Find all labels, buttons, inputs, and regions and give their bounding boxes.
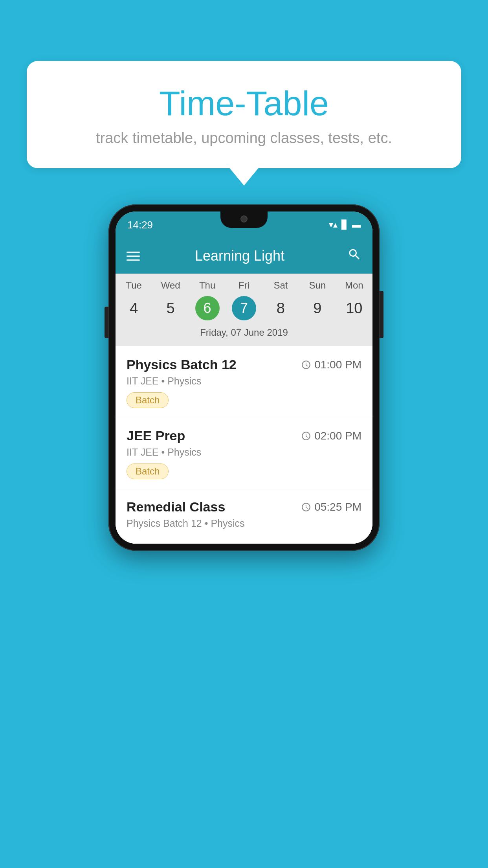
bubble-title: Time-Table <box>46 85 442 123</box>
schedule-time-2: 02:00 PM <box>301 430 361 442</box>
day-sun: Sun <box>299 280 336 291</box>
battery-icon: ▬ <box>352 220 361 230</box>
notch <box>220 211 268 228</box>
schedule-name-1: Physics Batch 12 <box>127 357 237 372</box>
schedule-item-2[interactable]: JEE Prep 02:00 PM IIT JEE • Physics Batc… <box>116 417 372 488</box>
app-title: Learning Light <box>132 248 347 264</box>
day-numbers: 4 5 6 7 8 9 10 <box>116 294 372 322</box>
date-9[interactable]: 9 <box>299 294 336 322</box>
bubble-subtitle: track timetable, upcoming classes, tests… <box>46 130 442 147</box>
day-sat: Sat <box>262 280 299 291</box>
day-mon: Mon <box>336 280 372 291</box>
date-10[interactable]: 10 <box>336 294 372 322</box>
date-7-selected[interactable]: 7 <box>232 296 256 320</box>
search-button[interactable] <box>347 247 361 265</box>
schedule-meta-3: Physics Batch 12 • Physics <box>127 518 361 529</box>
app-bar: Learning Light <box>116 238 372 274</box>
schedule-meta-1: IIT JEE • Physics <box>127 375 361 387</box>
schedule-time-3: 05:25 PM <box>301 501 361 513</box>
schedule-item-2-header: JEE Prep 02:00 PM <box>127 428 361 443</box>
date-4[interactable]: 4 <box>116 294 152 322</box>
batch-badge-1: Batch <box>127 392 169 408</box>
schedule-item-3[interactable]: Remedial Class 05:25 PM Physics Batch 12… <box>116 488 372 544</box>
phone-mockup: 14:29 ▾▴ ▊ ▬ <box>108 204 380 551</box>
schedule-meta-2: IIT JEE • Physics <box>127 447 361 458</box>
status-icons: ▾▴ ▊ ▬ <box>329 220 361 230</box>
day-tue: Tue <box>116 280 152 291</box>
schedule-name-3: Remedial Class <box>127 499 225 515</box>
schedule-list: Physics Batch 12 01:00 PM IIT JEE • Phys… <box>116 346 372 544</box>
speech-bubble: Time-Table track timetable, upcoming cla… <box>27 61 461 168</box>
schedule-name-2: JEE Prep <box>127 428 185 443</box>
status-time: 14:29 <box>127 219 153 231</box>
camera-dot <box>240 215 248 223</box>
speech-bubble-container: Time-Table track timetable, upcoming cla… <box>27 61 461 168</box>
schedule-item-3-header: Remedial Class 05:25 PM <box>127 499 361 515</box>
selected-date-label: Friday, 07 June 2019 <box>116 327 372 343</box>
signal-icon: ▊ <box>341 220 348 230</box>
schedule-item-1[interactable]: Physics Batch 12 01:00 PM IIT JEE • Phys… <box>116 346 372 417</box>
phone-screen: 14:29 ▾▴ ▊ ▬ <box>116 211 372 544</box>
day-fri: Fri <box>226 280 262 291</box>
day-wed: Wed <box>152 280 189 291</box>
date-6-today[interactable]: 6 <box>195 296 220 320</box>
wifi-icon: ▾▴ <box>329 220 338 230</box>
day-headers: Tue Wed Thu Fri Sat Sun Mon <box>116 280 372 291</box>
status-bar: 14:29 ▾▴ ▊ ▬ <box>116 211 372 238</box>
day-thu: Thu <box>189 280 226 291</box>
date-8[interactable]: 8 <box>262 294 299 322</box>
calendar-strip: Tue Wed Thu Fri Sat Sun Mon 4 5 6 7 8 9 … <box>116 274 372 346</box>
date-5[interactable]: 5 <box>152 294 189 322</box>
phone-frame: 14:29 ▾▴ ▊ ▬ <box>108 204 380 551</box>
schedule-item-1-header: Physics Batch 12 01:00 PM <box>127 357 361 372</box>
schedule-time-1: 01:00 PM <box>301 359 361 371</box>
batch-badge-2: Batch <box>127 463 169 479</box>
